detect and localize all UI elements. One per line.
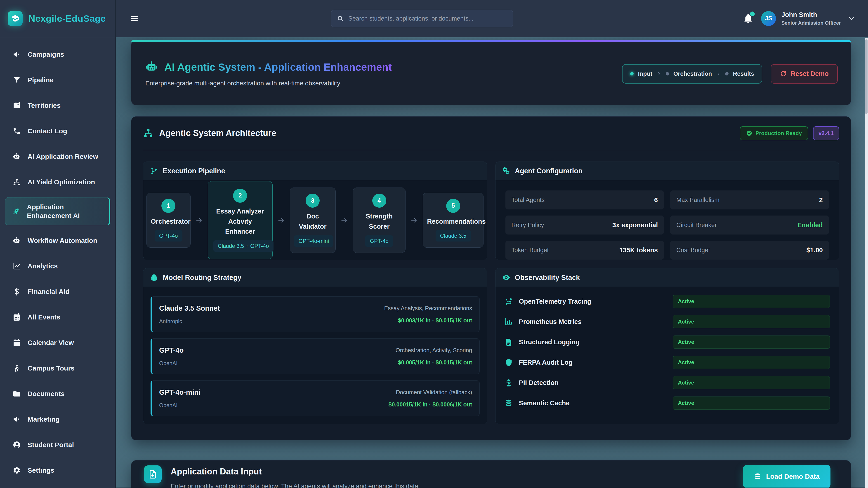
sidebar-item-settings[interactable]: Settings (5, 460, 110, 481)
person-walking-icon (13, 364, 21, 372)
sidebar-item-documents[interactable]: Documents (5, 383, 110, 404)
scrollbar-thumb[interactable] (865, 39, 868, 114)
robot-icon (145, 61, 158, 74)
model-pricing: $0.003/1K in · $0.015/1K out (384, 317, 472, 324)
config-stats: Total Agents6Max Parallelism2Retry Polic… (495, 180, 839, 260)
pipeline-step-strength-scorer: 4Strength ScorerGPT-4o (353, 188, 405, 253)
config-stat-retry-policy: Retry Policy3x exponential (505, 216, 664, 234)
sidebar-item-label: Analytics (28, 262, 58, 270)
pipeline-step-orchestrator: 1OrchestratorGPT-4o (147, 193, 191, 248)
sidebar-item-workflow-automation[interactable]: Workflow Automation (5, 230, 110, 251)
config-stat-token-budget: Token Budget135K tokens (505, 240, 664, 260)
step-dot-results (725, 72, 728, 75)
model-routing-header: Model Routing Strategy (143, 268, 487, 287)
step-label-results: Results (733, 70, 754, 77)
stat-value: 2 (819, 196, 823, 204)
eye-icon (502, 273, 510, 282)
data-input-title: Application Data Input (170, 467, 420, 477)
model-row-claude-3-5-sonnet: Claude 3.5 SonnetAnthropicEssay Analysis… (151, 296, 480, 332)
user-menu-chevron-icon[interactable] (848, 15, 855, 22)
sidebar-item-all-events[interactable]: All Events (5, 307, 110, 327)
stat-label: Retry Policy (512, 222, 544, 229)
architecture-badges: Production Ready v2.4.1 (740, 126, 839, 140)
page-subtitle: Enterprise-grade multi-agent orchestrati… (145, 80, 392, 87)
model-provider: OpenAI (159, 402, 200, 409)
reset-demo-button[interactable]: Reset Demo (771, 64, 838, 84)
sitemap-icon (143, 128, 153, 138)
notifications-button[interactable] (743, 13, 753, 24)
agent-configuration-header: Agent Configuration (495, 162, 839, 180)
model-row-gpt-4o: GPT-4oOpenAIOrchestration, Activity, Sco… (151, 338, 480, 374)
pipeline-steps: 1OrchestratorGPT-4o2Essay AnalyzerActivi… (143, 180, 487, 260)
model-name: GPT-4o (159, 346, 184, 355)
config-stat-max-parallelism: Max Parallelism2 (670, 191, 829, 209)
model-pricing: $0.00015/1K in · $0.0006/1K out (389, 401, 472, 408)
data-input-meta: Application Data Input Enter or modify a… (170, 465, 420, 488)
sidebar-item-label: Contact Log (28, 127, 67, 135)
sidebar-item-campaigns[interactable]: Campaigns (5, 44, 110, 65)
sidebar-item-pipeline[interactable]: Pipeline (5, 70, 110, 90)
brand-name: Nexgile-EduSage (29, 13, 106, 24)
sidebar-item-label: Documents (28, 389, 64, 398)
map-icon (13, 101, 21, 109)
app-root: Nexgile-EduSage CampaignsPipelineTerrito… (0, 0, 868, 488)
dollar-icon (13, 288, 21, 296)
step-number: 4 (372, 194, 386, 207)
file-lines-icon (504, 338, 513, 346)
step-label-orchestration: Orchestration (673, 70, 712, 77)
sidebar-item-label: AI Application Review (28, 152, 98, 161)
load-demo-data-button[interactable]: Load Demo Data (743, 465, 831, 488)
model-name: Claude 3.5 Sonnet (159, 304, 220, 313)
stat-value: 135K tokens (619, 247, 658, 254)
file-import-icon (144, 465, 162, 483)
step-name: Recommendations (427, 217, 479, 227)
avatar[interactable]: JS (761, 11, 776, 26)
status-badge: Active (673, 356, 830, 369)
search-input[interactable] (348, 15, 507, 22)
sidebar-item-label: Financial Aid (28, 287, 70, 296)
step-name: Orchestrator (151, 217, 186, 227)
calendar-dots-icon (13, 313, 21, 321)
stat-label: Circuit Breaker (676, 222, 717, 229)
user-secret-icon (504, 379, 513, 387)
sidebar-item-analytics[interactable]: Analytics (5, 256, 110, 276)
sidebar-item-student-portal[interactable]: Student Portal (5, 434, 110, 455)
database-icon (754, 473, 761, 480)
hero-right: InputOrchestrationResults Reset Demo (622, 64, 838, 84)
sidebar-item-ai-application-review[interactable]: AI Application Review (5, 146, 110, 167)
sidebar-item-calendar-view[interactable]: Calendar View (5, 332, 110, 353)
chart-column-icon (504, 318, 513, 326)
rocket-icon (12, 207, 20, 215)
stat-value: Enabled (797, 221, 823, 229)
model-list: Claude 3.5 SonnetAnthropicEssay Analysis… (143, 287, 487, 416)
step-model-chip: Claude 3.5 (436, 230, 471, 241)
step-number: 2 (233, 189, 247, 203)
shield-icon (504, 358, 513, 367)
sidebar-item-campus-tours[interactable]: Campus Tours (5, 358, 110, 379)
status-badge: Active (673, 335, 830, 349)
check-circle-icon (746, 130, 752, 136)
stepper: InputOrchestrationResults (622, 64, 762, 84)
step-number: 1 (161, 199, 176, 213)
robot-icon (13, 153, 21, 161)
user-name: John Smith (781, 11, 841, 19)
sidebar-item-application-enhancement-ai[interactable]: Application Enhancement AI (5, 197, 110, 225)
model-provider: OpenAI (159, 360, 184, 366)
sidebar-item-financial-aid[interactable]: Financial Aid (5, 281, 110, 302)
data-input-subtitle: Enter or modify application data below. … (170, 483, 420, 488)
page-scrollbar[interactable] (865, 38, 868, 488)
arrow-right-icon (340, 217, 348, 224)
sidebar-item-label: Settings (28, 466, 54, 475)
sidebar-item-ai-yield-optimization[interactable]: AI Yield Optimization (5, 172, 110, 192)
sidebar-item-marketing[interactable]: Marketing (5, 409, 110, 429)
menu-button[interactable] (128, 14, 140, 23)
sidebar-item-label: Calendar View (28, 338, 74, 347)
page-content: AI Agentic System - Application Enhancem… (116, 37, 868, 488)
agent-configuration-panel: Agent Configuration Total Agents6Max Par… (495, 162, 839, 260)
observability-label: Structured Logging (519, 338, 580, 346)
sidebar-item-territories[interactable]: Territories (5, 95, 110, 116)
sidebar-item-contact-log[interactable]: Contact Log (5, 121, 110, 141)
step-dot-orchestration (666, 72, 669, 75)
sitemap-icon (13, 178, 21, 186)
step-model-chip: GPT-4o (155, 230, 182, 241)
